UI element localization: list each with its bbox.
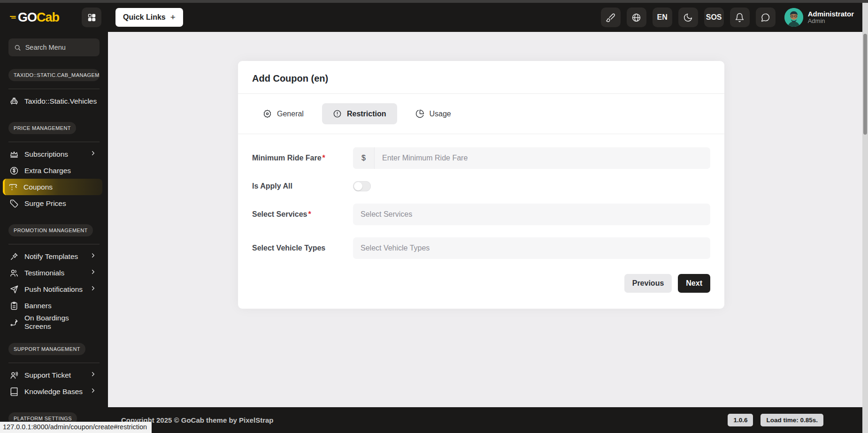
user-voice-icon <box>9 371 19 380</box>
divider <box>8 142 100 142</box>
section-badge-support-management: SUPPORT MANAGEMENT <box>8 343 85 355</box>
sidebar-item-coupons[interactable]: Coupons <box>3 179 102 195</box>
select-vehicle-types-dropdown[interactable]: Select Vehicle Types <box>353 237 710 259</box>
language-code-label: EN <box>657 13 668 22</box>
section-badge-cab-management: TAXIDO::STATIC.CAB_MANAGEMENT <box>8 69 100 81</box>
tag-icon <box>9 199 19 208</box>
tab-restriction[interactable]: Restriction <box>322 103 397 124</box>
wizard-buttons: Previous Next <box>252 274 710 293</box>
field-label-minimum-ride-fare: Minimum Ride Fare* <box>252 154 353 162</box>
section-badge-promotion-management: PROMOTION MANAGEMENT <box>8 224 93 236</box>
sidebar-item-label: On Boardings Screens <box>24 314 97 331</box>
chevron-right-icon <box>90 252 97 261</box>
tab-label: General <box>277 110 304 118</box>
restriction-form: Minimum Ride Fare* $ Is Apply All Select… <box>238 134 724 309</box>
tab-usage[interactable]: Usage <box>405 103 462 124</box>
page-title: Add Coupon (en) <box>252 73 710 84</box>
sidebar-item-label: Notify Templates <box>24 252 78 261</box>
minimum-ride-fare-input[interactable] <box>375 147 710 169</box>
is-apply-all-toggle[interactable] <box>353 181 371 191</box>
sidebar-item-label: Knowledge Bases <box>24 387 83 396</box>
search-icon <box>14 44 21 52</box>
chevron-right-icon <box>90 268 97 277</box>
language-globe-button[interactable] <box>627 8 646 27</box>
user-meta: Administrator Admin <box>808 10 854 25</box>
sidebar-item-label: Coupons <box>23 183 53 191</box>
sidebar-item-notify-templates[interactable]: Notify Templates <box>8 248 100 265</box>
pie-chart-icon <box>415 109 424 118</box>
sidebar-item-banners[interactable]: Banners <box>8 297 100 314</box>
send-icon <box>9 285 19 294</box>
required-marker: * <box>308 210 311 218</box>
badge-icon <box>263 109 272 118</box>
language-code-button[interactable]: EN <box>653 8 672 27</box>
sidebar-item-extra-charges[interactable]: Extra Charges <box>8 162 100 179</box>
required-marker: * <box>323 154 325 162</box>
field-label-select-services: Select Services* <box>252 210 353 219</box>
currency-prefix: $ <box>353 147 375 169</box>
sidebar-item-label: Surge Prices <box>24 199 66 208</box>
sidebar-item-surge-prices[interactable]: Surge Prices <box>8 195 100 212</box>
plus-icon: + <box>170 12 176 23</box>
sidebar-item-onboarding-screens[interactable]: On Boardings Screens <box>8 314 100 330</box>
quick-links-button[interactable]: Quick Links + <box>115 8 183 27</box>
field-label-select-vehicle-types: Select Vehicle Types <box>252 244 353 252</box>
taxi-icon <box>9 97 19 106</box>
sidebar-item-testimonials[interactable]: Testimonials <box>8 265 100 281</box>
user-menu[interactable]: Administrator Admin <box>784 8 854 27</box>
sidebar-item-subscriptions[interactable]: Subscriptions <box>8 146 100 162</box>
sidebar-item-label: Taxido::Static.Vehicles <box>24 97 97 106</box>
sos-button[interactable]: SOS <box>704 8 724 27</box>
notifications-button[interactable] <box>730 8 750 27</box>
footer: Copyright 2025 © GoCab theme by PixelStr… <box>108 407 868 433</box>
layout-grid-button[interactable] <box>82 8 101 27</box>
version-badge: 1.0.6 <box>728 414 753 426</box>
quick-links-label: Quick Links <box>123 13 166 22</box>
page-scrollbar[interactable] <box>862 3 868 433</box>
theme-customizer-button[interactable] <box>601 8 621 27</box>
add-coupon-card: Add Coupon (en) General Restriction Usag… <box>238 61 724 309</box>
wizard-tabs: General Restriction Usage <box>238 94 724 134</box>
tab-label: Usage <box>430 110 451 118</box>
previous-button[interactable]: Previous <box>624 274 672 293</box>
sidebar-item-push-notifications[interactable]: Push Notifications <box>8 281 100 297</box>
tab-general[interactable]: General <box>252 103 315 124</box>
section-badge-price-management: PRICE MANAGEMENT <box>8 122 76 134</box>
card-header: Add Coupon (en) <box>238 61 724 94</box>
select-placeholder: Select Services <box>361 210 412 219</box>
sidebar-item-label: Subscriptions <box>24 150 68 159</box>
divider <box>8 363 100 363</box>
sidebar-item-label: Banners <box>24 302 52 310</box>
layout-grid-icon <box>87 13 97 23</box>
minimum-ride-fare-group: $ <box>353 147 710 169</box>
clipboard-icon <box>9 301 19 311</box>
app-logo[interactable]: GOCab <box>9 10 59 25</box>
select-services-dropdown[interactable]: Select Services <box>353 204 710 225</box>
bell-icon <box>735 13 745 23</box>
dollar-circle-icon <box>9 166 19 175</box>
chevron-right-icon <box>90 285 97 294</box>
sidebar-item-label: Extra Charges <box>24 167 71 175</box>
crown-icon <box>9 150 19 159</box>
sidebar-item-vehicles[interactable]: Taxido::Static.Vehicles <box>8 93 100 109</box>
chevron-right-icon <box>90 387 97 396</box>
tab-label: Restriction <box>347 110 386 118</box>
sidebar: TAXIDO::STATIC.CAB_MANAGEMENT Taxido::St… <box>0 32 108 433</box>
chevron-right-icon <box>90 150 97 159</box>
sidebar-search[interactable] <box>8 38 100 56</box>
brush-icon <box>606 13 615 23</box>
messages-button[interactable] <box>756 8 776 27</box>
user-name: Administrator <box>808 10 854 18</box>
speed-lines-icon <box>9 13 17 22</box>
sidebar-item-knowledge-bases[interactable]: Knowledge Bases <box>8 383 100 400</box>
header-actions: EN SOS Administrator Admin <box>601 8 868 27</box>
dark-mode-button[interactable] <box>678 8 698 27</box>
sos-label: SOS <box>706 13 722 22</box>
search-input[interactable] <box>25 44 94 51</box>
load-time-badge: Load time: 0.85s. <box>760 414 823 426</box>
sidebar-item-support-ticket[interactable]: Support Ticket <box>8 367 100 383</box>
next-button[interactable]: Next <box>678 274 710 293</box>
header-left: GOCab <box>0 8 108 27</box>
scrollbar-thumb[interactable] <box>863 34 867 135</box>
avatar <box>784 8 803 27</box>
